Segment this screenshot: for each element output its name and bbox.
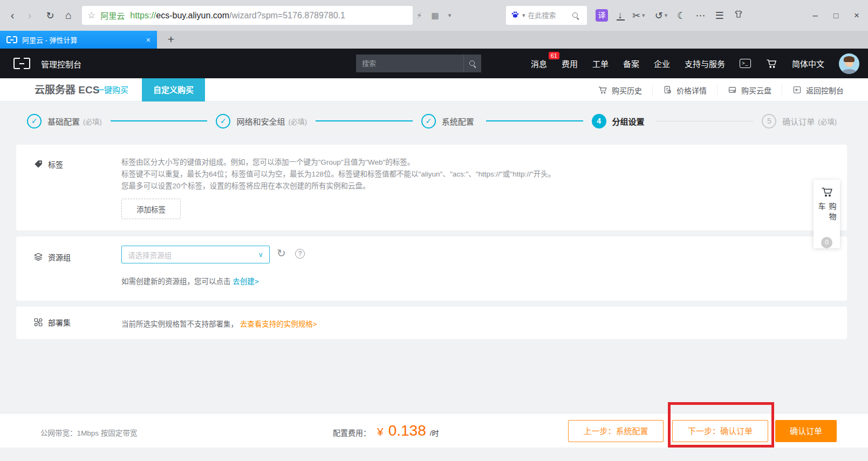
link-purchase-history[interactable]: 购买历史 <box>587 85 652 96</box>
step-network[interactable]: ✓ 网络和安全组 (必填) <box>216 114 307 128</box>
bookmark-star-icon[interactable]: ☆ <box>87 10 95 21</box>
cart-icon[interactable] <box>766 58 777 70</box>
aliyun-logo-icon <box>6 36 17 43</box>
tab-custom-buy[interactable]: 自定义购买 <box>142 78 205 101</box>
step-basic-config[interactable]: ✓ 基础配置 (必填) <box>27 114 102 128</box>
prev-step-button[interactable]: 上一步：系统配置 <box>568 420 664 442</box>
nav-item-enterprise[interactable]: 企业 <box>654 58 670 69</box>
create-resource-group-link[interactable]: 去创建> <box>233 277 258 286</box>
step-check-icon: ✓ <box>216 114 230 128</box>
select-placeholder: 请选择资源组 <box>128 249 258 260</box>
close-button[interactable]: × <box>854 10 859 21</box>
lightning-icon[interactable]: ⚡ <box>416 11 422 21</box>
fee-unit: /时 <box>430 428 439 438</box>
chevron-down-icon[interactable]: ▾ <box>448 12 452 19</box>
chevron-down-icon: ∨ <box>258 250 263 259</box>
link-label: 返回控制台 <box>806 85 844 96</box>
menu-icon[interactable]: ☰ <box>715 10 723 22</box>
step-suffix: (必填) <box>818 116 837 126</box>
console-nav-right: 消息 61 费用 工单 备案 企业 支持与服务 >_ 简体中文 <box>531 49 859 78</box>
resource-group-hint: 如需创建新的资源组，您可以点击 去创建> <box>121 275 259 286</box>
console-home-link[interactable]: 管理控制台 <box>41 58 81 70</box>
link-back-to-console[interactable]: 返回控制台 <box>782 85 854 96</box>
search-icon[interactable] <box>463 55 481 72</box>
link-buy-disk[interactable]: 购买云盘 <box>717 85 782 96</box>
step-label: 分组设置 <box>612 116 645 127</box>
footer-bar: 公网带宽：1Mbps 按固定带宽 配置费用： ¥ 0.138 /时 上一步：系统… <box>0 413 868 448</box>
step-label: 确认订单 <box>782 116 815 127</box>
screenshot-tool[interactable]: ✂ ▾ <box>632 10 645 22</box>
skin-theme-icon[interactable] <box>734 9 743 22</box>
browser-search-box[interactable]: ▾ <box>506 6 587 25</box>
next-step-button[interactable]: 下一步：确认订单 <box>672 420 768 442</box>
help-icon[interactable]: ? <box>295 249 305 259</box>
home-icon[interactable]: ⌂ <box>60 0 77 31</box>
fee-summary: 配置费用： ¥ 0.138 /时 <box>333 422 439 439</box>
more-icon[interactable]: ⋯ <box>695 10 705 22</box>
step-suffix: (必填) <box>288 116 307 126</box>
language-switcher[interactable]: 简体中文 <box>792 58 824 69</box>
step-grouping[interactable]: 4 分组设置 <box>592 114 648 128</box>
console-search-box[interactable] <box>356 55 481 72</box>
resource-group-select[interactable]: 请选择资源组 ∨ <box>121 246 270 263</box>
avatar[interactable] <box>839 53 859 74</box>
nav-item-tickets[interactable]: 工单 <box>592 58 609 69</box>
message-count-badge: 61 <box>549 52 559 59</box>
confirm-order-button[interactable]: 确认订单 <box>775 420 837 442</box>
forward-icon[interactable]: › <box>22 0 38 31</box>
url-bar[interactable]: ☆ 阿里云 https:// ecs-buy.aliyun.com /wizar… <box>82 6 413 25</box>
cart-label: 购物车 <box>816 202 838 233</box>
aliyun-logo-icon[interactable] <box>13 58 30 69</box>
link-price-details[interactable]: 价格详情 <box>652 85 717 96</box>
deployment-set-label: 部署集 <box>33 317 71 328</box>
bandwidth-info: 公网带宽：1Mbps 按固定带宽 <box>40 427 137 438</box>
nav-item-support[interactable]: 支持与服务 <box>685 58 725 69</box>
cloudshell-icon[interactable]: >_ <box>740 59 751 68</box>
nav-item-icp[interactable]: 备案 <box>623 58 639 69</box>
tag-icon <box>33 159 43 169</box>
site-identity: 阿里云 <box>100 10 125 21</box>
download-icon[interactable]: ↓ <box>618 10 623 21</box>
reload-icon[interactable]: ↻ <box>42 0 58 31</box>
maximize-button[interactable]: □ <box>833 11 838 20</box>
refresh-icon[interactable]: ↻ <box>277 247 286 260</box>
step-number: 5 <box>762 114 776 128</box>
deployment-set-text: 当前所选实例规格暂不支持部署集， 去查看支持的实例规格> <box>121 318 317 329</box>
fee-label: 配置费用： <box>333 427 371 438</box>
cart-float-panel[interactable]: 购物车 0 <box>814 180 840 248</box>
step-confirm-order[interactable]: 5 确认订单 (必填) <box>762 114 837 128</box>
chevron-down-icon[interactable]: ▾ <box>522 12 525 19</box>
link-label: 购买历史 <box>612 85 642 96</box>
address-extra-icons: ⚡ ▦ ▾ <box>416 0 451 31</box>
url-scheme: https:// <box>130 11 156 21</box>
console-search-input[interactable] <box>356 59 463 67</box>
new-tab-button[interactable]: + <box>162 31 180 49</box>
browser-search-input[interactable] <box>528 11 569 19</box>
baidu-paw-icon[interactable] <box>511 10 520 21</box>
window-controls: – □ × <box>813 0 859 31</box>
back-icon[interactable]: ‹ <box>4 0 20 31</box>
step-label: 网络和安全组 <box>236 116 285 127</box>
step-check-icon: ✓ <box>421 114 436 128</box>
wizard-steps: ✓ 基础配置 (必填) ✓ 网络和安全组 (必填) ✓ 系统配置 4 分组设置 … <box>27 107 837 134</box>
tab-quick-buy[interactable]: 一键购买 <box>96 78 128 101</box>
add-tag-button[interactable]: 添加标签 <box>121 199 181 219</box>
page-title: 云服务器 ECS <box>35 78 99 101</box>
layers-icon <box>33 252 43 262</box>
search-icon[interactable] <box>572 12 579 19</box>
history-undo-tool[interactable]: ↺ ▾ <box>655 10 668 22</box>
translate-icon[interactable]: 译 <box>596 9 608 22</box>
step-system-config[interactable]: ✓ 系统配置 <box>421 114 477 128</box>
supported-spec-link[interactable]: 去查看支持的实例规格> <box>240 320 317 328</box>
deployment-set-icon <box>33 317 43 327</box>
night-mode-icon[interactable]: ☾ <box>677 10 686 22</box>
active-tab[interactable]: 阿里云 - 弹性计算 × <box>0 31 157 49</box>
nav-item-billing[interactable]: 费用 <box>562 58 578 69</box>
qr-code-icon[interactable]: ▦ <box>432 11 439 21</box>
tab-title: 阿里云 - 弹性计算 <box>22 35 141 45</box>
tab-close-icon[interactable]: × <box>146 36 151 44</box>
nav-item-messages[interactable]: 消息 61 <box>531 58 547 69</box>
minimize-button[interactable]: – <box>813 10 818 21</box>
step-label: 系统配置 <box>442 116 474 127</box>
chevron-down-icon: ▾ <box>665 12 668 19</box>
